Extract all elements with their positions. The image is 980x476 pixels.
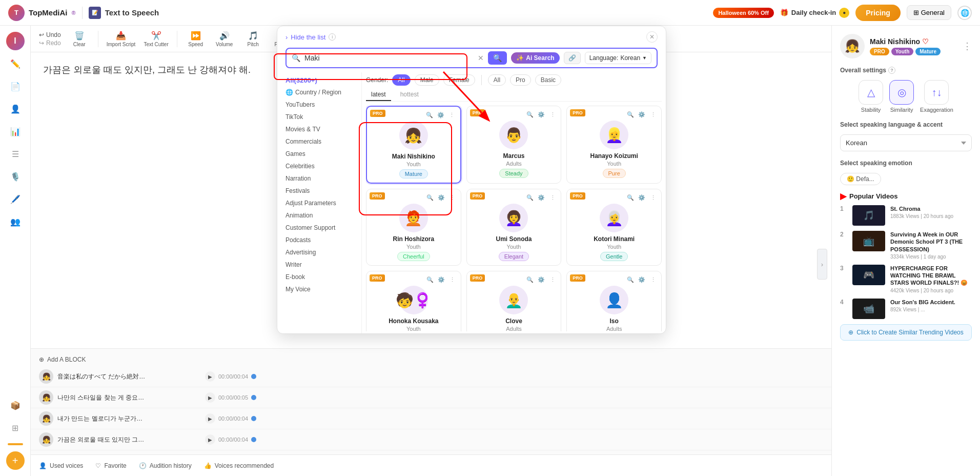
sidebar-icon-template[interactable]: 📄 bbox=[6, 77, 25, 95]
sidebar-icon-grid[interactable]: ⊞ bbox=[6, 419, 25, 437]
link-button[interactable]: 🔗 bbox=[564, 52, 581, 64]
category-item-youtubers[interactable]: YouTubers bbox=[281, 98, 357, 111]
card-search-icon[interactable]: 🔍 bbox=[425, 192, 435, 203]
tab-audition-history[interactable]: 🕐 Audition history bbox=[139, 462, 192, 469]
voice-card-umi[interactable]: PRO 🔍 ⚙️ ⋮ 👩‍🦱 Umi Sonoda Youth Elegant bbox=[466, 189, 562, 266]
voice-card-hanayo[interactable]: PRO 🔍 ⚙️ ⋮ 👱‍♀️ Hanayo Koizumi Youth Pur… bbox=[566, 106, 662, 184]
sidebar-icon-mic[interactable]: 🎙️ bbox=[6, 167, 25, 186]
category-item-tiktok[interactable]: TikTok bbox=[281, 111, 357, 123]
card-more-icon[interactable]: ⋮ bbox=[648, 274, 658, 285]
category-item-my-voice[interactable]: My Voice bbox=[281, 283, 357, 295]
card-gear-icon[interactable]: ⚙️ bbox=[436, 192, 446, 203]
emotion-button[interactable]: 🙂 Defa... bbox=[840, 173, 881, 185]
import-script-button[interactable]: 📥 Import Script bbox=[107, 31, 136, 47]
tier-all-button[interactable]: All bbox=[488, 74, 506, 86]
category-item-customer-support[interactable]: Customer Support bbox=[281, 222, 357, 234]
info-icon[interactable]: i bbox=[329, 33, 336, 41]
voice-card-maki[interactable]: PRO 🔍 ⚙️ ⋮ 👧 Maki Nishikino Youth Mature bbox=[366, 106, 461, 184]
voice-card-honoka[interactable]: PRO 🔍 ⚙️ ⋮ 🧒‍♀️ Honoka Kousaka Youth Swe… bbox=[366, 271, 461, 331]
sidebar-icon-pen[interactable]: 🖊️ bbox=[6, 190, 25, 208]
card-search-icon[interactable]: 🔍 bbox=[525, 274, 535, 285]
track-progress-dot[interactable] bbox=[251, 437, 256, 442]
track-play-button[interactable]: ▶ bbox=[205, 434, 215, 445]
search-button[interactable]: 🔍 bbox=[488, 51, 507, 65]
card-search-icon[interactable]: 🔍 bbox=[525, 192, 535, 203]
filter-male-button[interactable]: Male bbox=[415, 74, 439, 86]
card-more-icon[interactable]: ⋮ bbox=[547, 109, 558, 120]
stability-setting[interactable]: △ Stability bbox=[859, 80, 883, 113]
card-search-icon[interactable]: 🔍 bbox=[424, 110, 435, 120]
expand-button[interactable]: › bbox=[817, 249, 827, 280]
sidebar-icon-list[interactable]: ☰ bbox=[6, 145, 25, 163]
card-more-icon[interactable]: ⋮ bbox=[648, 192, 658, 203]
volume-button[interactable]: 🔊 Volume bbox=[214, 31, 235, 47]
checkin-button[interactable]: 🎁 Daily check-in ● bbox=[780, 8, 849, 18]
search-input[interactable] bbox=[304, 54, 474, 62]
help-icon[interactable]: ? bbox=[888, 67, 895, 74]
all-voices-count[interactable]: All(3200+) bbox=[281, 74, 357, 86]
category-item-podcasts[interactable]: Podcasts bbox=[281, 234, 357, 246]
category-item-advertising[interactable]: Advertising bbox=[281, 246, 357, 259]
undo-button[interactable]: ↩ Undo bbox=[39, 31, 61, 38]
exaggeration-setting[interactable]: ↑↓ Exaggeration bbox=[920, 80, 953, 113]
filter-female-button[interactable]: Female bbox=[443, 74, 475, 86]
sidebar-add-button[interactable]: + bbox=[6, 451, 25, 470]
popular-video-item[interactable]: 4 📹 Our Son's BIG Accident. 892k Views |… bbox=[840, 299, 972, 319]
card-more-icon[interactable]: ⋮ bbox=[447, 274, 458, 285]
category-item-country-region[interactable]: 🌐Country / Region bbox=[281, 86, 357, 98]
sidebar-icon-chart[interactable]: 📊 bbox=[6, 122, 25, 141]
card-gear-icon[interactable]: ⚙️ bbox=[536, 192, 546, 203]
tier-pro-button[interactable]: Pro bbox=[510, 74, 531, 86]
filter-all-button[interactable]: All bbox=[392, 74, 410, 86]
sidebar-icon-box[interactable]: 📦 bbox=[6, 396, 25, 414]
redo-button[interactable]: ↪ Redo bbox=[39, 39, 61, 47]
tab-voices-recommended[interactable]: 👍 Voices recommended bbox=[204, 462, 274, 469]
similarity-setting[interactable]: ◎ Similarity bbox=[889, 80, 914, 113]
card-gear-icon[interactable]: ⚙️ bbox=[637, 109, 647, 120]
language-select[interactable]: Korean bbox=[840, 134, 972, 151]
tier-basic-button[interactable]: Basic bbox=[535, 74, 561, 86]
card-search-icon[interactable]: 🔍 bbox=[625, 274, 636, 285]
sort-hottest-tab[interactable]: hottest bbox=[395, 89, 424, 101]
heart-icon[interactable]: ♡ bbox=[922, 37, 929, 46]
logo[interactable]: T TopMediAi® bbox=[8, 5, 76, 21]
card-more-icon[interactable]: ⋮ bbox=[547, 192, 558, 203]
close-panel-button[interactable]: ✕ bbox=[646, 31, 658, 43]
category-item-ebook[interactable]: E-book bbox=[281, 271, 357, 283]
category-item-celebrities[interactable]: Celebrities bbox=[281, 160, 357, 172]
category-item-animation[interactable]: Animation bbox=[281, 209, 357, 222]
track-play-button[interactable]: ▶ bbox=[205, 371, 215, 382]
voice-card-iso[interactable]: PRO 🔍 ⚙️ ⋮ 👤 Iso Adults Reserved bbox=[566, 271, 662, 331]
card-gear-icon[interactable]: ⚙️ bbox=[637, 274, 647, 285]
general-button[interactable]: ⊞ General bbox=[907, 5, 951, 20]
track-play-button[interactable]: ▶ bbox=[205, 413, 215, 424]
sidebar-icon-users[interactable]: 👥 bbox=[6, 212, 25, 231]
clear-search-icon[interactable]: ✕ bbox=[478, 54, 484, 62]
sidebar-icon-person[interactable]: 👤 bbox=[6, 100, 25, 118]
tab-used-voices[interactable]: 👤 Used voices bbox=[39, 462, 83, 469]
ai-search-button[interactable]: ✨ Ai Search bbox=[511, 52, 559, 64]
category-item-festivals[interactable]: Festivals bbox=[281, 185, 357, 197]
voice-card-marcus[interactable]: PRO 🔍 ⚙️ ⋮ 👨 Marcus Adults Steady bbox=[466, 106, 562, 184]
more-options-button[interactable]: ⋮ bbox=[963, 41, 972, 52]
track-progress-dot[interactable] bbox=[251, 374, 256, 379]
hide-list-button[interactable]: › Hide the list i bbox=[285, 33, 336, 41]
category-item-movies-tv[interactable]: Movies & TV bbox=[281, 123, 357, 135]
track-play-button[interactable]: ▶ bbox=[205, 392, 215, 403]
card-more-icon[interactable]: ⋮ bbox=[547, 274, 558, 285]
popular-video-item[interactable]: 1 🎵 St. Chroma 1883k Views | 20 hours ag… bbox=[840, 205, 972, 226]
halloween-badge[interactable]: Halloween 60% Off bbox=[713, 8, 773, 18]
category-item-commercials[interactable]: Commercials bbox=[281, 135, 357, 148]
voice-card-clove[interactable]: PRO 🔍 ⚙️ ⋮ 👨‍🦲 Clove Adults Assertive bbox=[466, 271, 562, 331]
category-item-adjust-params[interactable]: Adjust Parameters bbox=[281, 197, 357, 209]
popular-video-item[interactable]: 3 🎮 HYPERCHARGE FOR WATCHING THE BRAWL S… bbox=[840, 265, 972, 293]
track-progress-dot[interactable] bbox=[251, 395, 256, 400]
language-select-btn[interactable]: Language: Korean ▼ bbox=[585, 52, 651, 64]
voice-card-kotori[interactable]: PRO 🔍 ⚙️ ⋮ 👩‍🦳 Kotori Minami Youth Gentl… bbox=[566, 189, 662, 266]
pricing-button[interactable]: Pricing bbox=[855, 5, 900, 21]
card-search-icon[interactable]: 🔍 bbox=[625, 109, 636, 120]
voice-card-rin[interactable]: PRO 🔍 ⚙️ ⋮ 🧑‍🦰 Rin Hoshizora Youth Cheer… bbox=[366, 189, 461, 266]
speed-button[interactable]: ⏩ Speed bbox=[186, 31, 206, 47]
card-gear-icon[interactable]: ⚙️ bbox=[536, 109, 546, 120]
card-gear-icon[interactable]: ⚙️ bbox=[436, 274, 446, 285]
